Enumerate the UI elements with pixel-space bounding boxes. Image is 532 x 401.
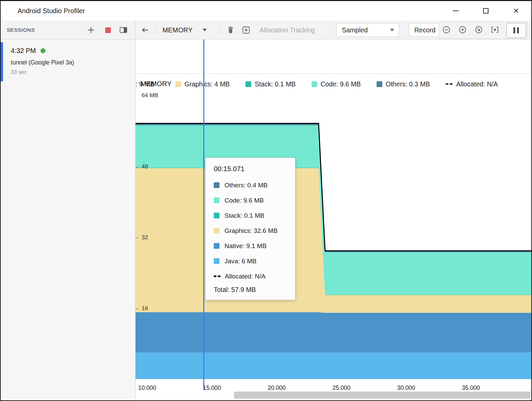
heap-dump-button[interactable] <box>239 23 254 37</box>
legend-item-native-partial: : 9 MB MEMORY <box>136 80 159 88</box>
stage-dropdown[interactable]: MEMORY <box>162 23 207 37</box>
tooltip-row-label: Java: 6 MB <box>225 258 257 265</box>
back-button[interactable] <box>138 23 152 37</box>
chevron-down-icon <box>390 29 394 31</box>
tooltip-row-allocated: Allocated: N/A <box>214 269 288 284</box>
window-title: Android Studio Profiler <box>18 1 85 21</box>
chart-tooltip: 00:15.071 Others: 0.4 MB Code: 9.6 MB St… <box>205 158 295 300</box>
minimize-button[interactable] <box>440 1 471 21</box>
chart-legend: : 9 MB MEMORY Graphics: 4 MB Stack: 0.1 … <box>136 79 498 89</box>
reset-zoom-icon <box>474 25 483 34</box>
split-panel-button[interactable] <box>116 23 131 37</box>
close-icon: × <box>513 6 519 16</box>
profiler-toolbar: MEMORY Allocation Tracking Sampled Recor… <box>136 21 531 39</box>
others-swatch <box>377 81 382 87</box>
code-swatch <box>312 81 317 87</box>
y-axis-tick <box>136 238 139 238</box>
memory-chart-panel: : 9 MB MEMORY Graphics: 4 MB Stack: 0.1 … <box>136 39 531 400</box>
stop-icon <box>105 27 111 33</box>
tooltip-row-others: Others: 0.4 MB <box>214 178 288 193</box>
session-duration: 33 sec <box>11 69 135 75</box>
x-axis-label: 25.000 <box>332 384 351 392</box>
profiler-window: Android Studio Profiler × SESSIONS <box>0 0 532 401</box>
native-swatch <box>214 243 219 249</box>
tooltip-row-label: Others: 0.4 MB <box>225 182 268 189</box>
x-axis-label: 20.000 <box>268 384 286 392</box>
split-panel-icon <box>119 26 128 34</box>
y-axis-tick <box>136 167 139 167</box>
session-live-dot <box>40 48 46 53</box>
y-axis-label: 32 <box>142 234 148 241</box>
stack-swatch <box>245 81 251 87</box>
record-button[interactable]: Record <box>409 23 443 37</box>
tooltip-total: Total: 57.9 MB <box>214 286 288 294</box>
tooltip-row-label: Allocated: N/A <box>225 273 265 280</box>
pause-live-button[interactable] <box>506 23 526 38</box>
graphics-swatch <box>214 228 219 234</box>
tooltip-row-native: Native: 9.1 MB <box>214 238 288 253</box>
y-axis-label: 48 <box>142 163 148 170</box>
x-axis-label: 35.000 <box>462 384 480 392</box>
legend-item-others: Others: 0.3 MB <box>377 80 430 88</box>
zoom-controls <box>439 22 528 39</box>
plus-icon <box>87 26 95 34</box>
legend-item-graphics: Graphics: 4 MB <box>175 80 230 88</box>
garbage-collect-button[interactable] <box>223 23 238 37</box>
timeline-cursor[interactable] <box>203 39 204 389</box>
x-axis-label: 10.000 <box>138 384 156 392</box>
add-session-button[interactable] <box>84 23 98 37</box>
tooltip-row-graphics: Graphics: 32.6 MB <box>214 223 288 238</box>
zoom-to-selection-icon <box>490 25 500 34</box>
timeline-strip-border <box>136 74 531 74</box>
tooltip-row-java: Java: 6 MB <box>214 253 288 269</box>
java-swatch <box>214 258 219 264</box>
reset-zoom-button[interactable] <box>471 23 486 36</box>
legend-item-allocated: Allocated: N/A <box>446 80 498 88</box>
legend-label: Code: 9.6 MB <box>321 80 361 88</box>
graphics-swatch <box>175 81 181 87</box>
stage-label: MEMORY <box>162 26 193 34</box>
memory-stage-overlay-label: MEMORY <box>141 80 172 88</box>
zoom-in-icon <box>458 25 467 34</box>
toolbar-separator <box>155 25 155 35</box>
maximize-icon <box>483 8 489 14</box>
tooltip-row-stack: Stack: 0.1 MB <box>214 208 288 223</box>
zoom-out-button[interactable] <box>439 23 454 36</box>
legend-label: Stack: 0.1 MB <box>255 80 295 88</box>
legend-label: Graphics: 4 MB <box>184 80 230 88</box>
allocated-dashed-swatch <box>214 275 221 277</box>
allocation-tracking-label: Allocation Tracking <box>260 21 315 39</box>
sampled-dropdown[interactable]: Sampled <box>336 23 399 37</box>
tooltip-row-label: Graphics: 32.6 MB <box>225 227 277 235</box>
tooltip-row-code: Code: 9.6 MB <box>214 193 288 208</box>
pause-icon <box>513 27 515 33</box>
legend-label: Others: 0.3 MB <box>386 80 430 88</box>
session-selected-accent <box>1 42 3 81</box>
legend-item-code: Code: 9.6 MB <box>312 80 361 88</box>
record-button-label: Record <box>414 26 436 34</box>
allocated-dashed-swatch <box>446 83 453 85</box>
tooltip-row-label: Code: 9.6 MB <box>225 197 264 204</box>
chevron-down-icon <box>203 29 207 31</box>
horizontal-scrollbar-thumb[interactable] <box>234 392 531 399</box>
title-bar: Android Studio Profiler × <box>1 1 531 21</box>
stop-session-button[interactable] <box>100 23 115 37</box>
heap-dump-icon <box>241 25 251 35</box>
zoom-to-selection-button[interactable] <box>487 23 502 36</box>
session-time: 4:32 PM <box>11 47 36 55</box>
session-item[interactable]: 4:32 PM tunnel (Google Pixel 3a) 33 sec <box>1 42 135 83</box>
others-swatch <box>214 182 219 188</box>
pause-icon <box>517 27 519 33</box>
x-axis-label: 15.000 <box>203 384 221 392</box>
back-arrow-icon <box>140 25 150 35</box>
close-button[interactable]: × <box>501 1 531 21</box>
y-axis-label: 64 MB <box>142 92 158 99</box>
zoom-in-button[interactable] <box>455 23 470 36</box>
memory-stacked-area-chart[interactable] <box>136 40 531 379</box>
tooltip-row-label: Stack: 0.1 MB <box>225 212 264 219</box>
minimize-icon <box>453 10 459 11</box>
stack-swatch <box>214 213 219 218</box>
tooltip-row-label: Native: 9.1 MB <box>225 242 267 250</box>
maximize-button[interactable] <box>471 1 501 21</box>
sampled-value: Sampled <box>342 26 368 34</box>
